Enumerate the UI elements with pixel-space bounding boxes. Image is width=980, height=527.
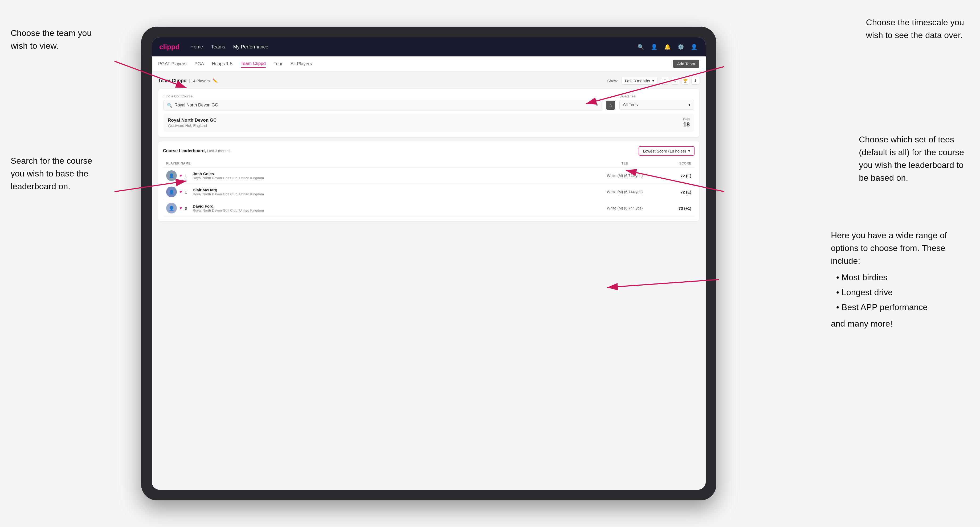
search-icon-sm: 🔍 — [167, 103, 172, 108]
annotation-bullets: Most birdies Longest drive Best APP perf… — [836, 271, 964, 314]
navbar: clippd Home Teams My Performance 🔍 👤 🔔 ⚙… — [152, 37, 706, 56]
heart-icon-1[interactable]: ♥ — [180, 173, 182, 178]
annotation-top-left: Choose the team you wish to view. — [11, 27, 92, 52]
nav-links: Home Teams My Performance — [190, 44, 636, 50]
bullet-3: Best APP performance — [836, 301, 964, 314]
player-rank-1: 1 — [185, 173, 190, 178]
subnav: PGAT Players PGA Hcaps 1-5 Team Clippd T… — [152, 56, 706, 71]
app-logo: clippd — [159, 43, 180, 51]
clear-search-button[interactable]: ✕ — [595, 102, 599, 108]
tee-select-section: Select Tee All Tees ▾ — [619, 94, 694, 110]
annotation-bottom-right: Here you have a wide range of options to… — [831, 229, 964, 330]
trophy-icon[interactable]: 🏆 — [681, 77, 689, 85]
course-finder: Find a Golf Course 🔍 Royal North Devon G… — [158, 89, 699, 137]
player-name-1: Josh Coles — [193, 171, 264, 176]
nav-icons: 🔍 👤 🔔 ⚙️ 👤 — [636, 43, 698, 51]
subnav-hcaps[interactable]: Hcaps 1-5 — [212, 60, 232, 68]
player-name-3: David Ford — [193, 204, 264, 208]
player-tee-3: White (M) (6,744 yds) — [590, 206, 659, 210]
table-row: 👤 ♥ 3 David Ford Royal North Devon Golf … — [163, 200, 695, 216]
nav-teams[interactable]: Teams — [211, 44, 225, 50]
player-details-2: Blair McHarg Royal North Devon Golf Club… — [193, 187, 264, 196]
player-club-2: Royal North Devon Golf Club, United King… — [193, 192, 264, 196]
player-avatar-3: 👤 — [166, 203, 177, 213]
tablet-screen: clippd Home Teams My Performance 🔍 👤 🔔 ⚙… — [152, 37, 706, 490]
annotation-outro: and many more! — [831, 317, 964, 330]
annotation-top-right: Choose the timescale you wish to see the… — [866, 16, 964, 41]
tee-dropdown[interactable]: All Tees ▾ — [619, 100, 694, 110]
table-header: PLAYER NAME TEE SCORE — [163, 159, 695, 168]
player-info-1: 👤 ♥ 1 Josh Coles Royal North Devon Golf … — [166, 170, 590, 181]
grid-view-icon[interactable]: ⊞ — [661, 77, 669, 85]
course-search-section: Find a Golf Course 🔍 Royal North Devon G… — [164, 94, 615, 110]
nav-home[interactable]: Home — [190, 44, 203, 50]
holes-number: 18 — [681, 121, 690, 128]
leaderboard-header: Course Leaderboard, Last 3 months Lowest… — [163, 146, 695, 156]
player-details-3: David Ford Royal North Devon Golf Club, … — [193, 204, 264, 213]
holes-badge: Holes 18 — [681, 117, 690, 128]
bell-icon[interactable]: 🔔 — [663, 43, 671, 51]
col-tee-header: TEE — [590, 162, 659, 165]
view-icons: ⊞ ≡ 🏆 ⬇ — [661, 77, 699, 85]
subnav-all-players[interactable]: All Players — [291, 60, 312, 68]
team-header: Team Clippd | 14 Players ✏️ Show: Last 3… — [158, 77, 699, 85]
bullet-1: Most birdies — [836, 271, 964, 284]
player-score-1: 72 (E) — [659, 173, 691, 178]
player-rank-2: 1 — [185, 190, 190, 194]
holes-label: Holes — [681, 117, 690, 121]
tee-label: Select Tee — [619, 94, 694, 98]
main-content: Team Clippd | 14 Players ✏️ Show: Last 3… — [152, 71, 706, 490]
course-result-name: Royal North Devon GC — [168, 117, 216, 123]
score-type-dropdown[interactable]: Lowest Score (18 holes) ▾ — [639, 146, 695, 156]
col-score-header: SCORE — [659, 162, 691, 165]
heart-icon-3[interactable]: ♥ — [180, 206, 182, 211]
bullet-2: Longest drive — [836, 286, 964, 298]
table-row: 👤 ♥ 1 Blair McHarg Royal North Devon Gol… — [163, 184, 695, 200]
heart-icon-2[interactable]: ♥ — [180, 189, 182, 194]
player-club-3: Royal North Devon Golf Club, United King… — [193, 208, 264, 213]
player-avatar-2: 👤 — [166, 187, 177, 197]
course-result: Royal North Devon GC Westward Ho!, Engla… — [164, 114, 694, 132]
player-tee-2: White (M) (6,744 yds) — [590, 190, 659, 194]
player-info-2: 👤 ♥ 1 Blair McHarg Royal North Devon Gol… — [166, 187, 590, 197]
list-view-icon[interactable]: ≡ — [671, 77, 679, 85]
player-club-1: Royal North Devon Golf Club, United King… — [193, 176, 264, 180]
leaderboard-subtitle: Last 3 months — [207, 149, 231, 153]
person-icon[interactable]: 👤 — [650, 43, 658, 51]
subnav-team-clippd[interactable]: Team Clippd — [241, 60, 266, 68]
player-tee-1: White (M) (6,744 yds) — [590, 173, 659, 178]
team-name: Team Clippd — [158, 78, 187, 84]
subnav-tour[interactable]: Tour — [274, 60, 283, 68]
download-icon[interactable]: ⬇ — [691, 77, 699, 85]
course-result-location: Westward Ho!, England — [168, 124, 216, 128]
favorite-button[interactable]: ☆ — [606, 101, 615, 110]
player-avatar-1: 👤 — [166, 170, 177, 181]
nav-performance[interactable]: My Performance — [233, 44, 269, 50]
col-player-header: PLAYER NAME — [166, 162, 590, 165]
course-finder-row: Find a Golf Course 🔍 Royal North Devon G… — [164, 94, 694, 110]
show-controls: Show: Last 3 months ▾ ⊞ ≡ 🏆 ⬇ — [607, 77, 699, 85]
course-search-input-wrapper[interactable]: 🔍 Royal North Devon GC ✕ — [164, 100, 602, 110]
subnav-pga[interactable]: PGA — [194, 60, 204, 68]
tablet-device: clippd Home Teams My Performance 🔍 👤 🔔 ⚙… — [141, 27, 716, 500]
player-score-3: 73 (+1) — [659, 206, 691, 211]
annotation-bottom-intro: Here you have a wide range of options to… — [831, 229, 964, 267]
show-label: Show: — [607, 78, 618, 83]
search-icon[interactable]: 🔍 — [636, 43, 645, 51]
annotation-middle-left: Search for the course you wish to base t… — [11, 154, 92, 193]
leaderboard-title: Course Leaderboard, — [163, 149, 206, 153]
settings-icon[interactable]: ⚙️ — [676, 43, 685, 51]
course-result-info: Royal North Devon GC Westward Ho!, Engla… — [168, 117, 216, 128]
team-player-count: | 14 Players — [189, 78, 210, 83]
time-period-dropdown[interactable]: Last 3 months ▾ — [622, 77, 658, 85]
leaderboard: Course Leaderboard, Last 3 months Lowest… — [158, 141, 699, 221]
player-score-2: 72 (E) — [659, 190, 691, 194]
course-search-value: Royal North Devon GC — [174, 103, 593, 108]
player-details-1: Josh Coles Royal North Devon Golf Club, … — [193, 171, 264, 180]
player-info-3: 👤 ♥ 3 David Ford Royal North Devon Golf … — [166, 203, 590, 213]
table-row: 👤 ♥ 1 Josh Coles Royal North Devon Golf … — [163, 168, 695, 184]
add-team-button[interactable]: Add Team — [673, 60, 699, 68]
subnav-pgat[interactable]: PGAT Players — [158, 60, 186, 68]
edit-icon[interactable]: ✏️ — [213, 78, 218, 83]
account-icon[interactable]: 👤 — [690, 43, 698, 51]
